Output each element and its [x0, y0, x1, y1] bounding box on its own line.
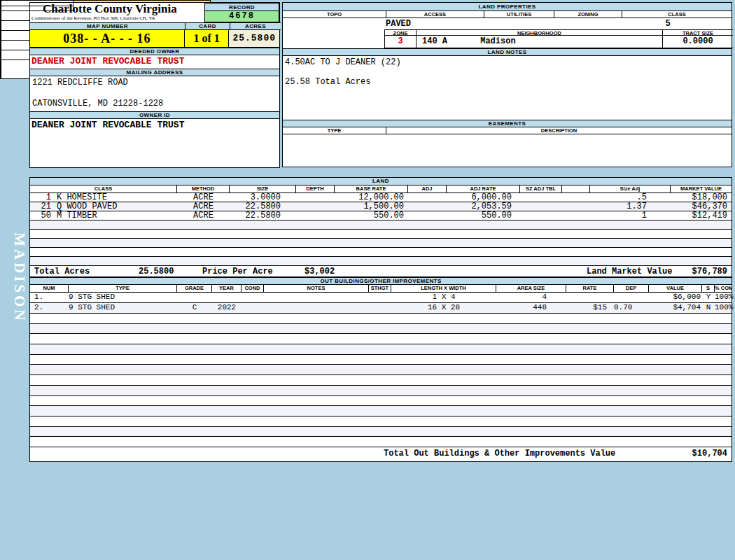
neighborhood-label: NEIGHBORHOOD: [416, 30, 663, 36]
ob-col-value: VALUE: [649, 285, 702, 293]
land-empty-row: [30, 239, 732, 248]
easements-title: EASEMENTS: [283, 120, 732, 127]
land-row: 1K HOMESITE ACRE 3.0000 12,000.00 6,000.…: [30, 193, 732, 202]
ob-col-type: TYPE: [69, 285, 177, 293]
ob-empty-row: [30, 314, 732, 324]
tract-size-value: 0.0000: [663, 36, 733, 48]
ob-col-s: S: [702, 285, 715, 293]
zone-subtable: ZONE NEIGHBORHOOD TRACT SIZE 3 140 A Mad…: [384, 29, 733, 48]
land-col-adj: ADJ: [408, 186, 447, 193]
land-market-value-label: Land Market Value: [587, 266, 672, 277]
easements-header-row: TYPE DESCRIPTION: [283, 127, 732, 134]
out-buildings-total-value: $10,704: [692, 447, 727, 460]
land-empty-row: [30, 220, 732, 230]
address-line-1: 1221 REDCLIFFE ROAD: [32, 78, 279, 88]
ob-empty-row: [30, 344, 732, 355]
land-table-panel: LAND CLASS METHOD SIZE DEPTH BASE RATE A…: [29, 177, 732, 462]
easements-empty-area: [283, 134, 732, 167]
ob-col-grade: GRADE: [177, 285, 212, 293]
ob-col-num: NUM: [30, 285, 69, 293]
land-col-blank: [562, 186, 590, 193]
ob-empty-row: [30, 427, 732, 438]
class-label: CLASS: [622, 11, 732, 18]
zone-label: ZONE: [385, 30, 416, 36]
land-notes-box: 4.50AC TO J DEANER (22) 25.58 Total Acre…: [283, 56, 732, 120]
total-acres-label: Total Acres: [34, 266, 90, 277]
land-properties-values-row: PAVED 5: [283, 18, 732, 29]
neighborhood-name: Madison: [452, 36, 515, 46]
total-acres-value: 25.5800: [139, 266, 174, 277]
ob-empty-row: [30, 386, 732, 396]
deeded-owner-label: DEEDED OWNER: [30, 48, 279, 55]
land-totals-row: Total Acres 25.5800 Price Per Acre $3,00…: [30, 266, 732, 278]
record-label: RECORD: [204, 3, 279, 11]
card-value: 1 of 1: [185, 30, 230, 47]
land-properties-title: LAND PROPERTIES: [283, 3, 732, 11]
zoning-label: ZONING: [554, 11, 622, 18]
ob-col-sthgt: STHGT: [369, 285, 391, 293]
land-market-value: $76,789: [692, 266, 727, 277]
out-buildings-title: OUT BUILDINGS/OTHER IMPROVEMENTS: [30, 277, 732, 285]
land-col-sz-adj-tbl: SZ ADJ TBL: [520, 186, 562, 193]
land-note-line-1: 4.50AC TO J DEANER (22): [285, 58, 732, 67]
price-per-acre-value: $3,002: [304, 266, 335, 277]
mailing-address-block: 1221 REDCLIFFE ROAD CATONSVILLE, MD 2122…: [30, 76, 279, 111]
ob-empty-row: [30, 355, 732, 365]
tract-size-label: TRACT SIZE: [663, 30, 733, 36]
ob-empty-row: [30, 406, 732, 416]
mailing-address-label: MAILING ADDRESS: [30, 69, 279, 76]
access-value: PAVED: [386, 19, 411, 29]
ob-col-cond: COND: [241, 285, 264, 293]
land-notes-title: LAND NOTES: [283, 48, 732, 56]
ob-col-length-width: LENGTH X WIDTH: [391, 285, 496, 293]
land-note-line-2: 25.58 Total Acres: [285, 78, 732, 87]
class-value: 5: [647, 19, 689, 29]
deeded-owner-value: DEANER JOINT REVOCABLE TRUST: [30, 55, 279, 69]
map-number-value: 038- - A- - - 16: [30, 30, 185, 47]
land-empty-row: [30, 230, 732, 239]
out-buildings-header-row: NUM TYPE GRADE YEAR COND NOTES STHGT LEN…: [30, 285, 732, 293]
land-title: LAND: [30, 178, 732, 186]
ob-col-year: YEAR: [212, 285, 241, 293]
price-per-acre-label: Price Per Acre: [202, 266, 273, 277]
map-values-row: 038- - A- - - 16 1 of 1 25.5800: [30, 30, 279, 48]
easement-type-label: TYPE: [283, 127, 386, 134]
land-row: 50M TIMBER ACRE 22.5800 550.00 550.00 1 …: [30, 211, 732, 220]
topo-label: TOPO: [283, 11, 386, 18]
ob-col-notes: NOTES: [264, 285, 369, 293]
ob-empty-row: [30, 365, 732, 375]
neighborhood-code: 140 A: [416, 36, 447, 46]
ob-col-dep: DEP: [614, 285, 649, 293]
ob-empty-row: [30, 437, 732, 447]
access-label: ACCESS: [386, 11, 484, 18]
card-label: CARD: [186, 22, 230, 30]
land-col-size-adj: Size Adj: [590, 186, 671, 193]
ob-col-pct-comp: % COMP: [715, 285, 732, 293]
land-properties-header-row: TOPO ACCESS UTILITIES ZONING CLASS: [283, 11, 732, 18]
land-col-depth: DEPTH: [296, 186, 335, 193]
acres-label: ACRES: [230, 22, 281, 30]
district-vertical-label: MADISON: [4, 232, 28, 330]
record-number: 4678: [204, 11, 279, 22]
owner-id-label: OWNER ID: [30, 111, 279, 119]
ob-col-rate: RATE: [566, 285, 614, 293]
out-building-row: 1. 9 STG SHED 1 X 4 4 $6,000 Y 100%: [30, 293, 732, 303]
ob-empty-row: [30, 396, 732, 407]
ob-empty-row: [30, 375, 732, 386]
land-properties-panel: LAND PROPERTIES TOPO ACCESS UTILITIES ZO…: [282, 2, 732, 167]
acres-value: 25.5800: [229, 30, 279, 47]
owner-id-value: DEANER JOINT REVOCABLE TRUST: [30, 119, 279, 132]
address-line-2: CATONSVILLE, MD 21228-1228: [32, 99, 279, 108]
record-block: RECORD 4678: [204, 3, 279, 22]
zone-value: 3: [385, 36, 416, 48]
out-buildings-total-row: Total Out Buildings & Other Improvements…: [30, 447, 732, 461]
land-empty-row: [30, 257, 732, 266]
land-empty-row: [30, 248, 732, 257]
prior-values-header-cell: [1, 1, 74, 11]
utilities-label: UTILITIES: [484, 11, 554, 18]
ob-empty-row: [30, 416, 732, 427]
ob-empty-row: [30, 324, 732, 335]
owner-panel: Charlotte County Virginia Commissioner o…: [29, 2, 280, 168]
ob-empty-row: [30, 334, 732, 344]
land-row: 21Q WOOD PAVED ACRE 22.5800 1,500.00 2,0…: [30, 202, 732, 211]
